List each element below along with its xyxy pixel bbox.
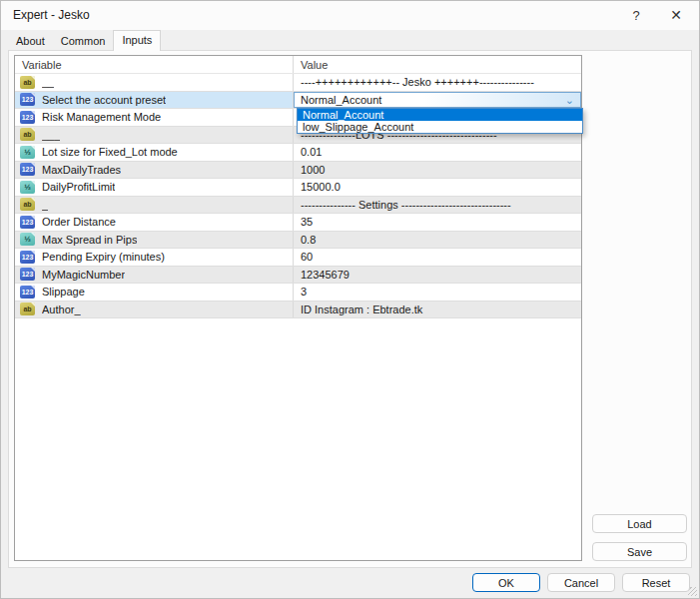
double-type-icon: ½ <box>20 146 35 159</box>
save-button[interactable]: Save <box>592 542 687 561</box>
variable-name: _ <box>42 199 48 211</box>
variable-cell: ½DailyProfitLimit <box>15 179 294 196</box>
reset-button[interactable]: Reset <box>622 573 690 592</box>
value-text: 12345679 <box>301 269 350 281</box>
integer-type-icon: 123 <box>20 286 35 299</box>
help-button[interactable]: ? <box>621 1 651 30</box>
value-text: 60 <box>301 251 313 263</box>
value-text: ----++++++++++++-- Jesko +++++++--------… <box>301 76 534 88</box>
variable-name: DailyProfitLimit <box>42 181 115 193</box>
value-text: 0.01 <box>301 146 322 158</box>
integer-type-icon: 123 <box>20 216 35 229</box>
value-cell[interactable]: 3 <box>294 284 581 300</box>
integer-type-icon: 123 <box>20 268 35 281</box>
ok-button[interactable]: OK <box>472 573 540 592</box>
variable-cell: 123MaxDailyTrades <box>15 162 294 179</box>
variable-name: MaxDailyTrades <box>42 164 121 176</box>
value-cell[interactable]: 0.01 <box>294 144 581 161</box>
integer-type-icon: 123 <box>20 163 35 176</box>
table-row[interactable]: ab_--------------- Settings ------------… <box>15 197 581 215</box>
value-cell[interactable]: 35 <box>294 214 581 231</box>
value-text: ID Instagram : Ebtrade.tk <box>301 303 422 315</box>
variable-cell: ab__ <box>15 74 294 91</box>
string-type-icon: ab <box>20 76 35 89</box>
variable-name: Select the account preset <box>42 94 166 106</box>
variable-name: Max Spread in Pips <box>42 234 137 246</box>
string-type-icon: ab <box>20 302 35 315</box>
variable-name: ___ <box>42 129 60 141</box>
double-type-icon: ½ <box>20 233 35 246</box>
table-row[interactable]: 123MaxDailyTrades1000 <box>15 162 581 180</box>
value-text: 1000 <box>301 164 325 176</box>
integer-type-icon: 123 <box>20 111 35 124</box>
value-text: 15000.0 <box>301 181 341 193</box>
variable-cell: ab_ <box>15 197 294 214</box>
variable-name: Pending Expiry (minutes) <box>42 251 165 263</box>
parameters-table: Variable Value ab__----++++++++++++-- Je… <box>14 55 582 561</box>
tab-about[interactable]: About <box>8 31 53 51</box>
variable-cell: 123Select the account preset <box>15 92 294 109</box>
value-text: 0.8 <box>301 234 316 246</box>
account-preset-combobox[interactable]: Normal_Account⌄ <box>294 92 581 109</box>
double-type-icon: ½ <box>20 181 35 194</box>
value-cell[interactable]: Normal_Account⌄ <box>294 92 581 109</box>
variable-cell: 123Risk Management Mode <box>15 109 294 126</box>
cancel-button[interactable]: Cancel <box>547 573 615 592</box>
dropdown-option[interactable]: low_Slippage_Account <box>298 121 582 133</box>
value-cell[interactable]: --------------- Settings ---------------… <box>294 197 581 214</box>
value-cell[interactable]: 15000.0 <box>294 179 581 196</box>
variable-cell: 123MyMagicNumber <box>15 267 294 284</box>
table-row[interactable]: ½Lot size for Fixed_Lot mode0.01 <box>15 144 581 162</box>
variable-cell: abAuthor_ <box>15 301 294 318</box>
table-row[interactable]: 123Pending Expiry (minutes)60 <box>15 249 581 267</box>
variable-cell: 123Pending Expiry (minutes) <box>15 249 294 266</box>
close-button[interactable]: ✕ <box>661 1 691 30</box>
table-header: Variable Value <box>15 56 581 74</box>
variable-cell: 123Order Distance <box>15 214 294 231</box>
table-row[interactable]: ½Max Spread in Pips0.8 <box>15 232 581 250</box>
variable-cell: ab___ <box>15 127 294 144</box>
value-text: 3 <box>301 286 307 298</box>
string-type-icon: ab <box>20 198 35 211</box>
variable-name: Risk Management Mode <box>42 111 161 123</box>
value-text: 35 <box>301 216 313 228</box>
value-cell[interactable]: 12345679 <box>294 267 581 284</box>
table-row[interactable]: ab__----++++++++++++-- Jesko +++++++----… <box>15 74 581 92</box>
table-row[interactable]: ½DailyProfitLimit15000.0 <box>15 179 581 197</box>
variable-cell: ½Max Spread in Pips <box>15 232 294 249</box>
expert-settings-dialog: Expert - Jesko ? ✕ About Common Inputs V… <box>0 0 700 599</box>
value-cell[interactable]: 60 <box>294 249 581 266</box>
value-cell[interactable]: 0.8 <box>294 232 581 249</box>
value-cell[interactable]: ID Instagram : Ebtrade.tk <box>294 301 581 318</box>
window-title: Expert - Jesko <box>13 1 90 30</box>
variable-cell: 123Slippage <box>15 284 294 300</box>
column-header-value[interactable]: Value <box>294 56 581 73</box>
combobox-value: Normal_Account <box>301 94 381 106</box>
table-row[interactable]: 123Order Distance35 <box>15 214 581 232</box>
tab-inputs[interactable]: Inputs <box>113 30 161 51</box>
tab-common[interactable]: Common <box>53 31 114 51</box>
account-preset-dropdown: Normal_Accountlow_Slippage_Account <box>297 108 583 134</box>
value-text: --------------- Settings ---------------… <box>301 199 511 211</box>
integer-type-icon: 123 <box>20 251 35 264</box>
variable-name: Order Distance <box>42 216 116 228</box>
dropdown-option[interactable]: Normal_Account <box>298 109 582 121</box>
table-row[interactable]: 123MyMagicNumber12345679 <box>15 267 581 285</box>
value-cell[interactable]: 1000 <box>294 162 581 179</box>
variable-name: Slippage <box>42 286 85 298</box>
variable-cell: ½Lot size for Fixed_Lot mode <box>15 144 294 161</box>
load-button[interactable]: Load <box>592 514 687 533</box>
chevron-down-icon[interactable]: ⌄ <box>565 94 574 107</box>
value-cell[interactable]: ----++++++++++++-- Jesko +++++++--------… <box>294 74 581 91</box>
title-bar: Expert - Jesko ? ✕ <box>1 1 699 30</box>
column-header-variable[interactable]: Variable <box>15 56 294 73</box>
variable-name: Author_ <box>42 303 81 315</box>
table-row[interactable]: 123Slippage3 <box>15 284 581 301</box>
table-row[interactable]: abAuthor_ID Instagram : Ebtrade.tk <box>15 301 581 319</box>
string-type-icon: ab <box>20 128 35 141</box>
tab-strip: About Common Inputs <box>8 31 161 51</box>
variable-name: MyMagicNumber <box>42 269 125 281</box>
variable-name: __ <box>42 76 54 88</box>
table-row[interactable]: 123Select the account presetNormal_Accou… <box>15 92 581 110</box>
integer-type-icon: 123 <box>20 93 35 106</box>
